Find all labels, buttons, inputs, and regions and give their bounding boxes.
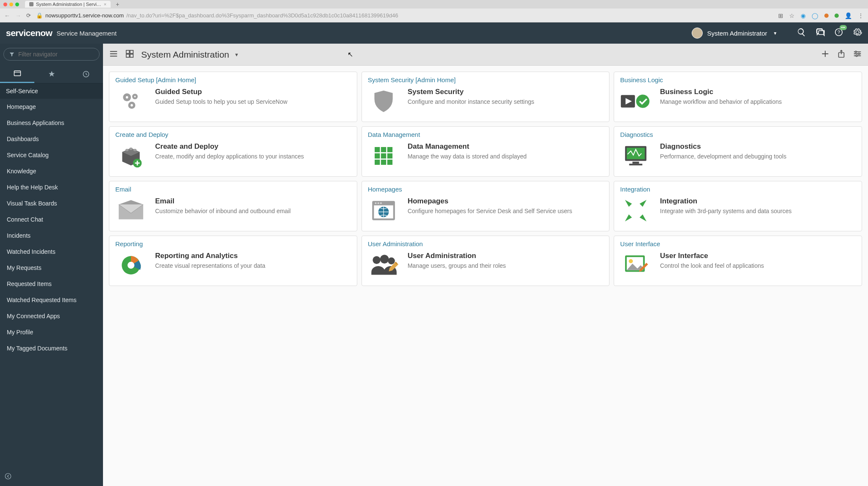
- new-tab-button[interactable]: +: [113, 1, 122, 8]
- card[interactable]: HomepagesHomepagesConfigure homepages fo…: [362, 181, 610, 231]
- nav-item[interactable]: Knowledge: [0, 163, 103, 179]
- card-header: User Administration: [368, 240, 604, 247]
- card[interactable]: ReportingReporting and AnalyticsCreate v…: [109, 236, 357, 286]
- card[interactable]: Business LogicBusiness LogicManage workf…: [614, 72, 862, 122]
- filter-input[interactable]: [18, 51, 94, 58]
- card[interactable]: IntegrationIntegrationIntegrate with 3rd…: [614, 181, 862, 231]
- nav-tab-favorites[interactable]: [34, 65, 69, 83]
- nav-item[interactable]: My Tagged Documents: [0, 340, 103, 356]
- forward-button[interactable]: →: [15, 12, 21, 19]
- browser-globe-icon: [368, 197, 399, 224]
- nav-item[interactable]: Requested Items: [0, 276, 103, 292]
- card-description: Manage workflow and behavior of applicat…: [660, 98, 782, 106]
- user-menu[interactable]: System Administrator ▼: [692, 28, 777, 39]
- card-header: Integration: [620, 186, 856, 193]
- svg-point-51: [373, 256, 381, 264]
- filter-icon: [9, 51, 15, 57]
- card-header: Homepages: [368, 186, 604, 193]
- card[interactable]: User InterfaceUser InterfaceControl the …: [614, 236, 862, 286]
- chat-icon[interactable]: [815, 28, 825, 39]
- help-badge: •••: [840, 25, 847, 30]
- collapse-sidebar-button[interactable]: [4, 474, 12, 481]
- card-header: System Security [Admin Home]: [368, 76, 604, 83]
- card[interactable]: User AdministrationUser AdministrationMa…: [362, 236, 610, 286]
- nav-item[interactable]: Service Catalog: [0, 147, 103, 163]
- help-icon[interactable]: ? •••: [834, 28, 843, 39]
- share-button[interactable]: [837, 49, 846, 60]
- monitor-wave-icon: [620, 142, 651, 169]
- search-icon[interactable]: [797, 28, 806, 39]
- star-icon[interactable]: ☆: [789, 12, 795, 19]
- nav-item[interactable]: Visual Task Boards: [0, 195, 103, 211]
- card[interactable]: Create and DeployCreate and DeployCreate…: [109, 126, 357, 177]
- browser-action-icons: ⊞ ☆ ◉ ◯ 👤 ⋮: [778, 12, 864, 19]
- card-title: Homepages: [408, 197, 572, 206]
- svg-point-15: [856, 55, 857, 56]
- configure-button[interactable]: [853, 49, 862, 60]
- card-header: Create and Deploy: [115, 131, 351, 138]
- nav-tab-history[interactable]: [69, 65, 103, 83]
- reload-button[interactable]: ⟳: [26, 12, 31, 19]
- ext3-icon[interactable]: [824, 12, 829, 19]
- box-plus-icon: [115, 142, 147, 169]
- browser-tab[interactable]: System Administration | Servi… ×: [25, 1, 111, 8]
- back-button[interactable]: ←: [4, 12, 10, 19]
- nav-item[interactable]: Business Applications: [0, 115, 103, 131]
- ext4-icon[interactable]: [835, 12, 839, 19]
- svg-rect-11: [130, 54, 133, 57]
- qr-icon[interactable]: ⊞: [778, 12, 783, 19]
- svg-rect-9: [130, 50, 133, 53]
- profile-icon[interactable]: 👤: [845, 12, 852, 19]
- ext1-icon[interactable]: ◉: [801, 12, 806, 19]
- nav-item[interactable]: Homepage: [0, 99, 103, 115]
- nav-item[interactable]: My Requests: [0, 260, 103, 276]
- nav-tab-all[interactable]: [0, 65, 34, 83]
- close-tab-icon[interactable]: ×: [104, 2, 106, 7]
- address-bar[interactable]: 🔒 nowsupporttv1.service-now.com/nav_to.d…: [36, 12, 773, 19]
- nav-item[interactable]: Watched Incidents: [0, 244, 103, 260]
- nav-item[interactable]: Incidents: [0, 228, 103, 244]
- card[interactable]: DiagnosticsDiagnosticsPerformance, devel…: [614, 126, 862, 177]
- card[interactable]: Guided Setup [Admin Home]Guided SetupGui…: [109, 72, 357, 122]
- card-title: User Interface: [660, 252, 764, 260]
- logo-subtitle: Service Management: [56, 30, 117, 37]
- card[interactable]: EmailEmailCustomize behavior of inbound …: [109, 181, 357, 231]
- add-widget-button[interactable]: [821, 49, 830, 60]
- gear-icon[interactable]: [853, 28, 862, 39]
- content-toolbar: System Administration ▼ ↖: [103, 44, 868, 66]
- card[interactable]: System Security [Admin Home]System Secur…: [362, 72, 610, 122]
- cursor-indicator: ↖: [348, 50, 353, 58]
- dashboard-grid-icon[interactable]: [125, 49, 134, 60]
- user-name: System Administrator: [707, 30, 767, 37]
- nav-item[interactable]: Help the Help Desk: [0, 179, 103, 195]
- nav-item[interactable]: Connect Chat: [0, 211, 103, 228]
- card-description: Configure and monitor instance security …: [408, 98, 534, 106]
- nav-item[interactable]: Dashboards: [0, 131, 103, 147]
- url-path: /nav_to.do?uri=%2F$pa_dashboard.do%3Fsys…: [126, 12, 398, 19]
- logo[interactable]: servicenow: [6, 28, 52, 38]
- envelope-icon: [115, 197, 147, 224]
- hamburger-icon[interactable]: [109, 49, 118, 60]
- nav-item[interactable]: Watched Requested Items: [0, 292, 103, 308]
- svg-rect-4: [14, 71, 20, 76]
- card-description: Integrate with 3rd-party systems and dat…: [660, 207, 791, 215]
- svg-rect-41: [629, 164, 643, 165]
- filter-navigator[interactable]: [3, 48, 100, 61]
- svg-point-47: [380, 202, 381, 204]
- card[interactable]: Data ManagementData ManagementManage the…: [362, 126, 610, 177]
- dashboard-title: System Administration: [141, 50, 229, 60]
- dashboard-picker[interactable]: System Administration ▼: [141, 50, 239, 60]
- ext2-icon[interactable]: ◯: [812, 12, 818, 19]
- app-header: servicenow Service Management System Adm…: [0, 22, 868, 44]
- svg-rect-33: [381, 153, 386, 158]
- nav-section-header[interactable]: Self-Service: [0, 83, 103, 99]
- card-description: Performance, development and debugging t…: [660, 153, 786, 161]
- menu-icon[interactable]: ⋮: [858, 12, 864, 19]
- nav-item[interactable]: My Connected Apps: [0, 308, 103, 324]
- window-controls[interactable]: [3, 3, 19, 6]
- card-header: Guided Setup [Admin Home]: [115, 76, 351, 83]
- svg-point-50: [128, 262, 134, 269]
- svg-point-7: [5, 473, 11, 479]
- list-icon: [13, 69, 22, 78]
- nav-item[interactable]: My Profile: [0, 324, 103, 340]
